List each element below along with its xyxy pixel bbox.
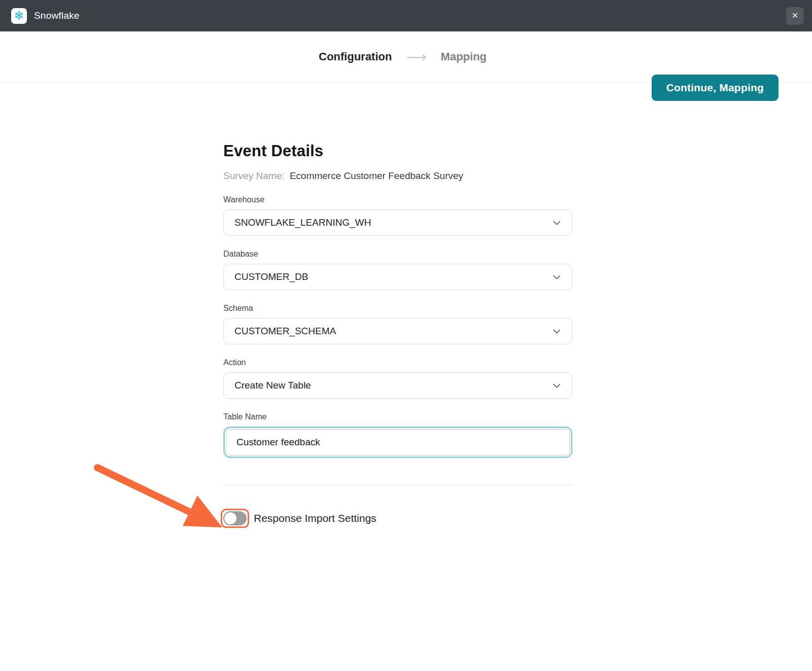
schema-label: Schema [223,304,572,313]
close-icon: ✕ [792,12,798,20]
event-details-form: Event Details Survey Name: Ecommerce Cus… [223,82,572,528]
field-action: Action Create New Table [223,358,572,399]
step-mapping[interactable]: Mapping [441,50,486,63]
snowflake-config-dialog: ❄ Snowflake ✕ Configuration ⟶ Mapping Co… [0,0,812,671]
annotation-arrow-icon [86,455,239,542]
response-import-settings-label: Response Import Settings [254,512,377,524]
schema-select[interactable]: CUSTOMER_SCHEMA [223,318,572,344]
warehouse-select[interactable]: SNOWFLAKE_LEARNING_WH [223,209,572,236]
snowflake-icon: ❄ [14,10,24,22]
table-name-label: Table Name [223,412,572,421]
response-import-settings-row: Response Import Settings [223,509,572,528]
snowflake-logo: ❄ [11,8,27,24]
close-button[interactable]: ✕ [786,7,804,25]
action-select[interactable]: Create New Table [223,372,572,399]
chevron-down-icon [553,219,561,228]
field-warehouse: Warehouse SNOWFLAKE_LEARNING_WH [223,195,572,236]
toggle-annotation-highlight [221,509,249,528]
chevron-down-icon [553,327,561,336]
database-value: CUSTOMER_DB [234,271,308,282]
database-select[interactable]: CUSTOMER_DB [223,264,572,290]
stepper: Configuration ⟶ Mapping [319,48,487,65]
step-configuration[interactable]: Configuration [319,50,392,63]
section-divider [223,485,572,485]
schema-value: CUSTOMER_SCHEMA [234,326,336,337]
continue-mapping-button[interactable]: Continue, Mapping [652,75,779,101]
survey-name-value: Ecommerce Customer Feedback Survey [290,170,463,181]
toggle-knob [224,512,236,524]
table-name-input[interactable] [226,429,570,455]
field-schema: Schema CUSTOMER_SCHEMA [223,304,572,344]
page-title: Event Details [223,142,572,160]
survey-name-line: Survey Name: Ecommerce Customer Feedback… [223,170,572,182]
step-arrow-icon: ⟶ [406,48,426,65]
warehouse-value: SNOWFLAKE_LEARNING_WH [234,217,371,228]
response-import-settings-toggle[interactable] [223,511,247,525]
action-value: Create New Table [234,380,311,391]
app-title: Snowflake [34,10,79,21]
titlebar: ❄ Snowflake ✕ [0,0,812,31]
table-name-focus-ring [223,427,572,458]
warehouse-label: Warehouse [223,195,572,204]
field-table-name: Table Name [223,412,572,458]
survey-name-label: Survey Name: [223,170,284,181]
stepper-header: Configuration ⟶ Mapping Continue, Mappin… [0,31,812,82]
field-database: Database CUSTOMER_DB [223,250,572,290]
database-label: Database [223,250,572,259]
action-label: Action [223,358,572,367]
chevron-down-icon [553,381,561,391]
chevron-down-icon [553,273,561,282]
